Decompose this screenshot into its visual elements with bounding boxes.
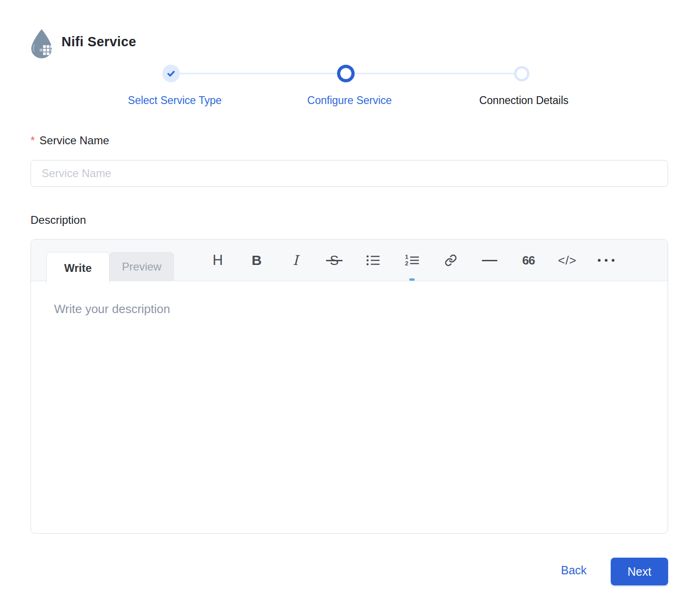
ordered-list-icon[interactable]: 1 2 xyxy=(401,249,423,271)
step-2-active-indicator[interactable] xyxy=(337,65,355,82)
description-label: Description xyxy=(31,214,86,227)
description-editor: Write Preview H B I S xyxy=(31,239,668,534)
quote-icon[interactable]: 66 xyxy=(517,249,540,271)
horizontal-rule-icon[interactable] xyxy=(479,249,501,271)
italic-icon[interactable]: I xyxy=(284,249,307,271)
step-label-connection-details[interactable]: Connection Details xyxy=(450,94,598,107)
heading-icon[interactable]: H xyxy=(207,249,229,271)
ordered-list-active-marker xyxy=(409,278,415,281)
next-button[interactable]: Next xyxy=(611,558,668,585)
code-icon[interactable]: </> xyxy=(556,249,578,271)
step-label-select-service-type[interactable]: Select Service Type xyxy=(101,94,249,107)
nifi-service-wizard: Nifi Service Select Service Type Configu… xyxy=(0,0,700,615)
service-name-label-row: * Service Name xyxy=(31,134,109,147)
svg-text:2: 2 xyxy=(405,260,408,266)
description-textarea[interactable] xyxy=(31,281,668,534)
step-label-configure-service[interactable]: Configure Service xyxy=(276,94,424,107)
step-3-upcoming-indicator[interactable] xyxy=(514,66,529,81)
strikethrough-icon[interactable]: S xyxy=(323,249,345,271)
tab-write[interactable]: Write xyxy=(46,252,110,283)
nifi-droplet-logo xyxy=(29,29,55,58)
page-title: Nifi Service xyxy=(61,34,136,49)
tab-preview[interactable]: Preview xyxy=(110,252,174,281)
editor-toolbar: H B I S 1 xyxy=(207,240,617,281)
service-name-label: Service Name xyxy=(39,134,109,147)
step-1-completed-check-icon[interactable] xyxy=(162,65,180,82)
back-button[interactable]: Back xyxy=(553,564,595,577)
bold-icon[interactable]: B xyxy=(246,249,268,271)
more-icon[interactable] xyxy=(595,249,617,271)
link-icon[interactable] xyxy=(440,249,462,271)
unordered-list-icon[interactable] xyxy=(362,249,384,271)
service-name-input[interactable] xyxy=(31,160,668,187)
required-asterisk: * xyxy=(31,134,35,147)
